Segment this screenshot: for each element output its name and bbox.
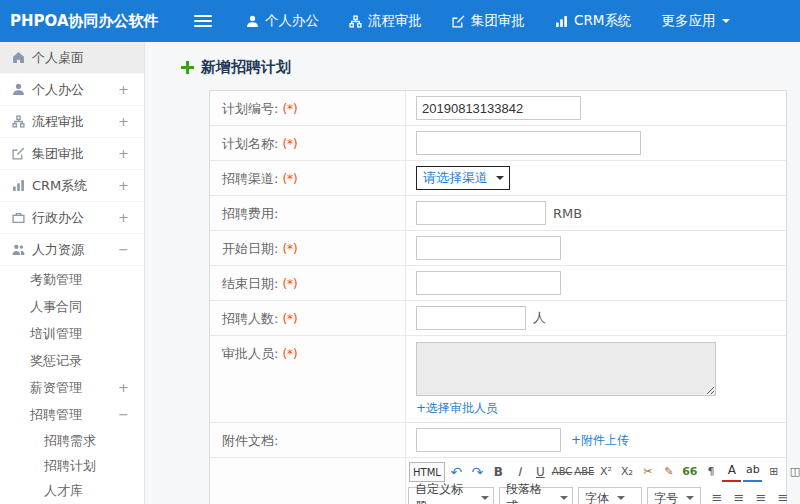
recruitment-plan-form: 计划编号:(*) 计划名称:(*) 招聘渠道:(*) 请选择渠道 招聘费用: R… xyxy=(209,90,787,504)
sidebar-item-workflow-approval[interactable]: 流程审批 + xyxy=(0,106,144,138)
sidebar-item-talent-pool[interactable]: 人才库 xyxy=(0,478,144,503)
collapse-toggle[interactable]: − xyxy=(118,234,129,265)
editor-tool-button[interactable]: A xyxy=(722,462,741,482)
channel-select[interactable]: 请选择渠道 xyxy=(416,166,510,190)
topbar: PHPOA协同办公软件 个人办公 流程审批 集团审批 CRM系统 更多应用 xyxy=(0,0,800,42)
field-label: 开始日期: xyxy=(222,241,278,256)
sidebar-item-attendance[interactable]: 考勤管理 xyxy=(0,266,144,293)
editor-tool-button[interactable]: ✎ xyxy=(659,462,678,482)
expand-toggle[interactable]: + xyxy=(118,170,129,201)
form-row-attachment: 附件文档: +附件上传 xyxy=(210,423,786,458)
plan-no-input[interactable] xyxy=(416,96,581,120)
editor-tool-button[interactable]: ↷ xyxy=(468,462,487,482)
sidebar-item-recruitment-needs[interactable]: 招聘需求 xyxy=(0,428,144,453)
plan-name-input[interactable] xyxy=(416,131,641,155)
sidebar-item-recruitment-plan[interactable]: 招聘计划 xyxy=(0,453,144,478)
field-label: 计划名称: xyxy=(222,136,278,151)
editor-tool-button[interactable]: ABE xyxy=(574,462,594,482)
editor-tool-button[interactable]: X₂ xyxy=(617,462,636,482)
editor-dropdown[interactable]: 字号 xyxy=(647,487,701,504)
start-date-input[interactable] xyxy=(416,236,561,260)
editor-tool-button[interactable]: U xyxy=(531,462,550,482)
sidebar-item-hr-contracts[interactable]: 人事合同 xyxy=(0,293,144,320)
editor-tool-button[interactable]: ⊞ xyxy=(764,462,783,482)
briefcase-icon xyxy=(12,211,25,224)
approver-textarea[interactable] xyxy=(416,342,716,396)
sidebar-item-training[interactable]: 培训管理 xyxy=(0,320,144,347)
sidebar-item-label: 个人桌面 xyxy=(32,42,84,73)
editor-align-icons: ≡≡≡≡⇤⇥ xyxy=(706,488,800,504)
sidebar-item-label: 个人办公 xyxy=(32,74,84,105)
fee-unit: RMB xyxy=(553,206,582,221)
editor-tool-button[interactable]: ¶ xyxy=(701,462,720,482)
page-title: 新增招聘计划 xyxy=(201,58,291,77)
editor-tool-button[interactable]: X² xyxy=(596,462,615,482)
topnav-more-apps[interactable]: 更多应用 xyxy=(661,12,730,30)
editor-dropdown[interactable]: 自定义标题 xyxy=(408,487,494,504)
sidebar-item-group-approval[interactable]: 集团审批 + xyxy=(0,138,144,170)
menu-icon[interactable] xyxy=(194,12,212,30)
sidebar-item-recruitment[interactable]: 招聘管理 − xyxy=(0,401,144,428)
user-icon xyxy=(246,15,259,28)
sidebar-item-admin-office[interactable]: 行政办公 + xyxy=(0,202,144,234)
editor-align-icon[interactable]: ≡ xyxy=(729,488,749,504)
collapse-toggle[interactable]: − xyxy=(118,401,129,428)
field-label: 附件文档: xyxy=(222,433,278,448)
home-icon xyxy=(12,51,25,64)
top-navigation: 个人办公 流程审批 集团审批 CRM系统 更多应用 xyxy=(246,12,760,30)
editor-align-icon[interactable]: ≡ xyxy=(707,488,727,504)
topnav-workflow-approval[interactable]: 流程审批 xyxy=(349,12,422,30)
editor-tool-button[interactable]: ◫ xyxy=(785,462,800,482)
expand-toggle[interactable]: + xyxy=(118,106,129,137)
app-logo: PHPOA协同办公软件 xyxy=(0,12,158,31)
editor-tool-button[interactable]: ✂ xyxy=(638,462,657,482)
select-approver-link[interactable]: +选择审批人员 xyxy=(416,400,498,417)
topnav-group-approval[interactable]: 集团审批 xyxy=(452,12,525,30)
expand-toggle[interactable]: + xyxy=(118,374,129,401)
editor-align-icon[interactable]: ⇤ xyxy=(795,488,800,504)
headcount-input[interactable] xyxy=(416,306,526,330)
editor-dropdown[interactable]: 段落格式 xyxy=(499,487,573,504)
sidebar-item-label: 流程审批 xyxy=(32,106,84,137)
bar-chart-icon xyxy=(555,15,568,28)
main-content: 新增招聘计划 计划编号:(*) 计划名称:(*) 招聘渠道:(*) 请选择渠道 xyxy=(145,42,800,504)
sidebar-item-human-resources[interactable]: 人力资源 − xyxy=(0,234,144,266)
sidebar-item-crm-system[interactable]: CRM系统 + xyxy=(0,170,144,202)
sidebar-item-label: 考勤管理 xyxy=(30,272,82,287)
end-date-input[interactable] xyxy=(416,271,561,295)
sidebar-item-label: 奖惩记录 xyxy=(30,353,82,368)
editor-tool-button[interactable]: ↶ xyxy=(447,462,466,482)
fee-input[interactable] xyxy=(416,201,546,225)
editor-dropdown[interactable]: 字体 xyxy=(578,487,642,504)
editor-tool-button[interactable]: ABC xyxy=(552,462,573,482)
headcount-unit: 人 xyxy=(533,309,546,327)
expand-toggle[interactable]: + xyxy=(118,202,129,233)
sidebar-item-label: 薪资管理 xyxy=(30,380,82,395)
chevron-down-icon xyxy=(496,176,504,184)
topnav-crm-system[interactable]: CRM系统 xyxy=(555,12,631,30)
editor-align-icon[interactable]: ≡ xyxy=(773,488,793,504)
editor-toolbar-row2: 自定义标题段落格式字体字号 ≡≡≡≡⇤⇥ xyxy=(408,487,800,504)
expand-toggle[interactable]: + xyxy=(118,138,129,169)
editor-tool-button[interactable]: ab xyxy=(743,462,762,482)
editor-align-icon[interactable]: ≡ xyxy=(751,488,771,504)
attachment-upload-link[interactable]: +附件上传 xyxy=(571,432,629,449)
flow-icon xyxy=(349,15,362,28)
people-icon xyxy=(12,243,25,256)
sidebar-item-desktop[interactable]: 个人桌面 xyxy=(0,42,144,74)
sidebar-item-personal-office[interactable]: 个人办公 + xyxy=(0,74,144,106)
sidebar-item-label: 招聘管理 xyxy=(30,407,82,422)
editor-tool-button[interactable]: 66 xyxy=(680,462,699,482)
sidebar: 个人桌面 个人办公 + 流程审批 + 集团审批 + CRM系统 + 行政办公 + xyxy=(0,42,145,504)
expand-toggle[interactable]: + xyxy=(118,74,129,105)
editor-toolbar-row1: HTML↶↷BIUABCABEX²X₂✂✎66¶Aab⊞◫ xyxy=(408,462,800,482)
attachment-input[interactable] xyxy=(416,428,561,452)
topnav-personal-office[interactable]: 个人办公 xyxy=(246,12,319,30)
editor-tool-button[interactable]: HTML xyxy=(409,462,445,482)
editor-tool-button[interactable]: I xyxy=(510,462,529,482)
form-row-start-date: 开始日期:(*) xyxy=(210,231,786,266)
sidebar-item-salary[interactable]: 薪资管理 + xyxy=(0,374,144,401)
editor-tool-button[interactable]: B xyxy=(489,462,508,482)
sidebar-item-rewards[interactable]: 奖惩记录 xyxy=(0,347,144,374)
sidebar-item-label: 集团审批 xyxy=(32,138,84,169)
